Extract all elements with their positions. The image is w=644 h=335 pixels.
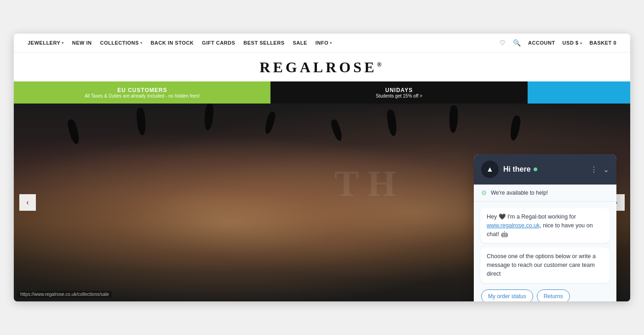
nav-sale[interactable]: SALE xyxy=(293,40,307,46)
chat-widget: ▲ Hi there ⋮ ⌄ ⚙ We're avai xyxy=(474,154,616,301)
eu-customers-banner[interactable]: EU CUSTOMERS All Taxes & Duties are alre… xyxy=(14,81,270,104)
available-status-icon: ⚙ xyxy=(481,189,487,196)
chat-quick-replies: My order status Returns xyxy=(480,289,610,302)
chat-more-options-icon[interactable]: ⋮ xyxy=(590,165,598,174)
info-chevron-icon: ▾ xyxy=(330,41,332,45)
order-status-button[interactable]: My order status xyxy=(481,289,533,302)
nav-best-sellers[interactable]: BEST SELLERS xyxy=(243,40,284,46)
jewellery-chevron-icon: ▾ xyxy=(62,41,64,45)
nav-back-in-stock[interactable]: BACK IN STOCK xyxy=(150,40,194,46)
chat-available-bar: ⚙ We're available to help! xyxy=(474,185,616,202)
hero-background-text: T H xyxy=(334,163,396,205)
site-logo[interactable]: REGALROSE® xyxy=(259,59,384,76)
unidays-banner[interactable]: UNIDAYS Students get 15% off > xyxy=(270,81,527,104)
chat-header-right: ⋮ ⌄ xyxy=(590,165,609,174)
nav-gift-cards[interactable]: GIFT CARDS xyxy=(202,40,235,46)
chat-message-2: Choose one of the options below or write… xyxy=(480,248,610,283)
chat-message-1: Hey 🖤 I'm a Regal-bot working for www.re… xyxy=(480,208,610,243)
nav-jewellery[interactable]: JEWELLERY ▾ xyxy=(28,40,64,46)
chat-minimize-icon[interactable]: ⌄ xyxy=(603,165,609,174)
nav-info[interactable]: INFO ▾ xyxy=(316,40,332,46)
unidays-banner-subtitle: Students get 15% off > xyxy=(376,93,422,98)
currency-selector[interactable]: USD $ ▾ xyxy=(563,40,582,46)
currency-chevron-icon: ▾ xyxy=(580,41,582,46)
logo-bar: REGALROSE® xyxy=(14,52,630,81)
nav-right: ♡ 🔍 ACCOUNT USD $ ▾ BASKET 0 xyxy=(500,39,616,46)
collections-chevron-icon: ▾ xyxy=(140,41,143,45)
nav-new-in[interactable]: NEW IN xyxy=(72,40,92,46)
third-banner xyxy=(528,81,630,104)
search-icon[interactable]: 🔍 xyxy=(513,39,521,46)
eu-banner-title: EU CUSTOMERS xyxy=(117,87,167,93)
returns-button[interactable]: Returns xyxy=(537,289,570,302)
chat-body: Hey 🖤 I'm a Regal-bot working for www.re… xyxy=(474,202,616,301)
chat-header: ▲ Hi there ⋮ ⌄ xyxy=(474,154,616,185)
chat-title: Hi there xyxy=(503,165,537,173)
nav-collections[interactable]: COLLECTIONS ▾ xyxy=(100,40,143,46)
registered-trademark: ® xyxy=(377,61,384,68)
wishlist-icon[interactable]: ♡ xyxy=(500,39,506,46)
chat-header-left: ▲ Hi there xyxy=(481,161,537,178)
carousel-prev-button[interactable]: ‹ xyxy=(19,194,36,211)
chat-avatar: ▲ xyxy=(481,161,499,178)
browser-frame: JEWELLERY ▾ NEW IN COLLECTIONS ▾ BACK IN… xyxy=(14,34,630,301)
banner-strip: EU CUSTOMERS All Taxes & Duties are alre… xyxy=(14,81,630,104)
chat-title-area: Hi there xyxy=(503,165,537,173)
online-status-indicator xyxy=(534,168,537,171)
url-bar: https://www.regalrose.co.uk/collections/… xyxy=(17,291,112,298)
chat-link[interactable]: www.regalrose.co.uk xyxy=(487,222,540,229)
available-text: We're available to help! xyxy=(491,190,548,196)
unidays-banner-title: UNIDAYS xyxy=(385,87,413,93)
account-link[interactable]: ACCOUNT xyxy=(528,40,555,46)
top-navigation: JEWELLERY ▾ NEW IN COLLECTIONS ▾ BACK IN… xyxy=(14,34,630,52)
basket-link[interactable]: BASKET 0 xyxy=(590,40,616,46)
eu-banner-subtitle: All Taxes & Duties are already included … xyxy=(85,93,200,98)
hero-section: T H 𝔘 ‹ › https://www.regalrose.co.uk/co… xyxy=(14,104,630,301)
nav-left: JEWELLERY ▾ NEW IN COLLECTIONS ▾ BACK IN… xyxy=(28,40,332,46)
